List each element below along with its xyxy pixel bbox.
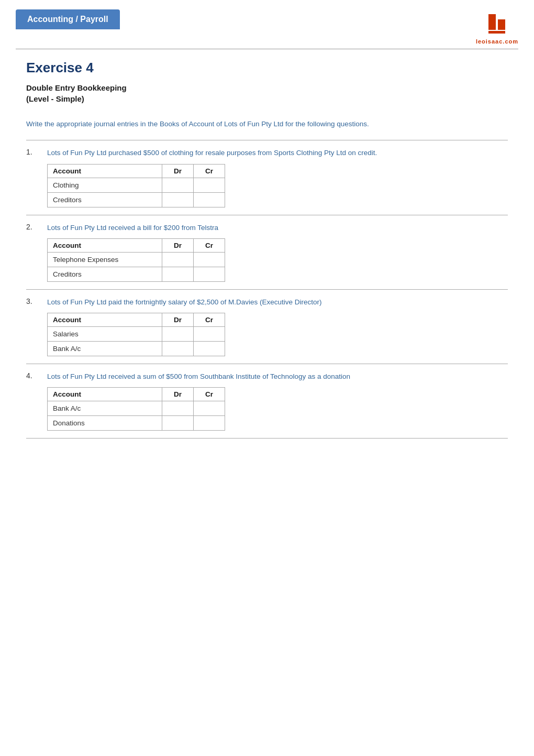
question-number: 4. bbox=[26, 371, 47, 380]
table-cell bbox=[194, 327, 225, 342]
table-header: Dr bbox=[162, 238, 194, 252]
table-header: Cr bbox=[194, 388, 225, 401]
page-header: Accounting / Payroll leoisaac.com bbox=[0, 0, 534, 45]
main-content: Exercise 4 Double Entry Bookkeeping (Lev… bbox=[0, 49, 534, 459]
table-cell bbox=[162, 416, 194, 431]
table-cell: Creditors bbox=[48, 192, 162, 207]
table-cell bbox=[194, 267, 225, 281]
question-row: 4.Lots of Fun Pty Ltd received a sum of … bbox=[26, 364, 508, 439]
question-body: Lots of Fun Pty Ltd received a sum of $5… bbox=[47, 371, 508, 431]
question-text: Lots of Fun Pty Ltd received a sum of $5… bbox=[47, 371, 508, 382]
table-header: Cr bbox=[194, 238, 225, 252]
table-header: Dr bbox=[162, 313, 194, 327]
table-row: Donations bbox=[48, 416, 225, 431]
table-header: Account bbox=[48, 313, 162, 327]
question-row: 2.Lots of Fun Pty Ltd received a bill fo… bbox=[26, 215, 508, 290]
subtitle1: Double Entry Bookkeeping bbox=[26, 83, 508, 92]
subtitle2: (Level - Simple) bbox=[26, 94, 508, 103]
svg-rect-0 bbox=[488, 14, 496, 30]
journal-table: AccountDrCrBank A/cDonations bbox=[47, 387, 225, 431]
table-cell: Bank A/c bbox=[48, 342, 162, 356]
svg-rect-2 bbox=[488, 31, 505, 34]
logo-text: leoisaac.com bbox=[476, 38, 518, 45]
table-row: Bank A/c bbox=[48, 342, 225, 356]
table-cell bbox=[162, 401, 194, 416]
question-number: 1. bbox=[26, 148, 47, 156]
question-row: 3.Lots of Fun Pty Ltd paid the fortnight… bbox=[26, 290, 508, 364]
question-body: Lots of Fun Pty Ltd received a bill for … bbox=[47, 223, 508, 282]
logo-icon bbox=[484, 12, 509, 37]
table-row: Creditors bbox=[48, 192, 225, 207]
table-header: Cr bbox=[194, 164, 225, 178]
table-header: Account bbox=[48, 388, 162, 401]
table-cell: Clothing bbox=[48, 178, 162, 192]
table-cell bbox=[162, 252, 194, 267]
table-cell bbox=[194, 252, 225, 267]
table-cell bbox=[194, 401, 225, 416]
nav-tab[interactable]: Accounting / Payroll bbox=[16, 9, 120, 29]
question-row: 1.Lots of Fun Pty Ltd purchased $500 of … bbox=[26, 140, 508, 215]
table-header: Cr bbox=[194, 313, 225, 327]
table-row: Clothing bbox=[48, 178, 225, 192]
question-text: Lots of Fun Pty Ltd paid the fortnightly… bbox=[47, 297, 508, 308]
instruction-text: Write the appropriate journal entries in… bbox=[26, 119, 508, 129]
table-cell bbox=[162, 342, 194, 356]
question-text: Lots of Fun Pty Ltd received a bill for … bbox=[47, 223, 508, 233]
table-cell bbox=[194, 192, 225, 207]
table-row: Salaries bbox=[48, 327, 225, 342]
question-body: Lots of Fun Pty Ltd purchased $500 of cl… bbox=[47, 148, 508, 207]
table-row: Telephone Expenses bbox=[48, 252, 225, 267]
table-cell bbox=[162, 267, 194, 281]
journal-table: AccountDrCrClothingCreditors bbox=[47, 164, 225, 207]
svg-rect-1 bbox=[498, 19, 505, 30]
table-cell bbox=[162, 327, 194, 342]
question-number: 2. bbox=[26, 223, 47, 231]
table-header: Dr bbox=[162, 164, 194, 178]
table-cell: Bank A/c bbox=[48, 401, 162, 416]
table-cell: Donations bbox=[48, 416, 162, 431]
table-cell bbox=[194, 178, 225, 192]
table-row: Creditors bbox=[48, 267, 225, 281]
question-body: Lots of Fun Pty Ltd paid the fortnightly… bbox=[47, 297, 508, 356]
table-header: Account bbox=[48, 164, 162, 178]
table-cell: Creditors bbox=[48, 267, 162, 281]
question-number: 3. bbox=[26, 297, 47, 305]
journal-table: AccountDrCrSalariesBank A/c bbox=[47, 313, 225, 356]
logo-area: leoisaac.com bbox=[476, 9, 518, 45]
table-header: Dr bbox=[162, 388, 194, 401]
table-cell bbox=[194, 342, 225, 356]
table-cell bbox=[194, 416, 225, 431]
journal-table: AccountDrCrTelephone ExpensesCreditors bbox=[47, 238, 225, 282]
table-cell: Salaries bbox=[48, 327, 162, 342]
table-cell bbox=[162, 178, 194, 192]
table-header: Account bbox=[48, 238, 162, 252]
exercise-title: Exercise 4 bbox=[26, 60, 508, 76]
table-cell bbox=[162, 192, 194, 207]
table-row: Bank A/c bbox=[48, 401, 225, 416]
question-text: Lots of Fun Pty Ltd purchased $500 of cl… bbox=[47, 148, 508, 158]
table-cell: Telephone Expenses bbox=[48, 252, 162, 267]
questions-container: 1.Lots of Fun Pty Ltd purchased $500 of … bbox=[26, 140, 508, 439]
